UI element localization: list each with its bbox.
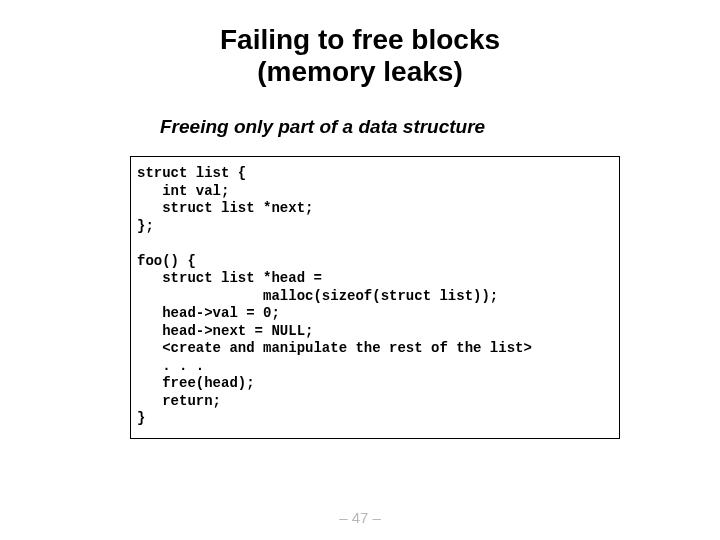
slide-title: Failing to free blocks (memory leaks) <box>0 24 720 88</box>
title-line-1: Failing to free blocks <box>220 24 500 55</box>
title-line-2: (memory leaks) <box>257 56 462 87</box>
code-block: struct list { int val; struct list *next… <box>130 156 620 439</box>
page-number: – 47 – <box>0 509 720 526</box>
slide-subtitle: Freeing only part of a data structure <box>160 116 720 138</box>
